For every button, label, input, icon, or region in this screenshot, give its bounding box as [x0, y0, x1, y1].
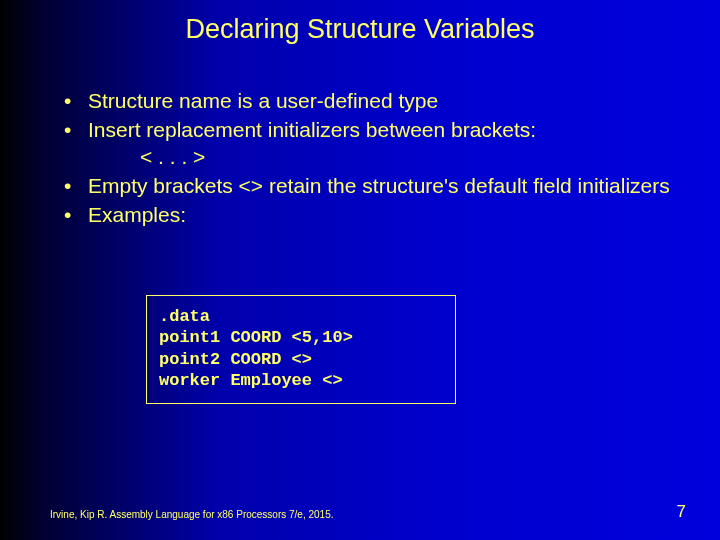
- bullet-text: Examples:: [88, 203, 186, 226]
- bullet-item: Empty brackets <> retain the structure's…: [60, 173, 670, 200]
- code-example: .data point1 COORD <5,10> point2 COORD <…: [159, 306, 443, 391]
- bullet-subtext: < . . . >: [140, 144, 670, 171]
- bullet-text: Empty brackets <> retain the structure's…: [88, 174, 670, 197]
- code-example-box: .data point1 COORD <5,10> point2 COORD <…: [146, 295, 456, 404]
- slide: Declaring Structure Variables Structure …: [0, 0, 720, 540]
- bullet-text: Insert replacement initializers between …: [88, 118, 536, 141]
- bullet-item: Insert replacement initializers between …: [60, 117, 670, 171]
- slide-title: Declaring Structure Variables: [0, 14, 720, 45]
- footer-citation: Irvine, Kip R. Assembly Language for x86…: [50, 509, 334, 520]
- bullet-item: Examples:: [60, 202, 670, 229]
- bullet-text: Structure name is a user-defined type: [88, 89, 438, 112]
- bullet-item: Structure name is a user-defined type: [60, 88, 670, 115]
- page-number: 7: [677, 502, 686, 522]
- bullet-list: Structure name is a user-defined type In…: [60, 88, 670, 228]
- slide-body: Structure name is a user-defined type In…: [60, 88, 670, 230]
